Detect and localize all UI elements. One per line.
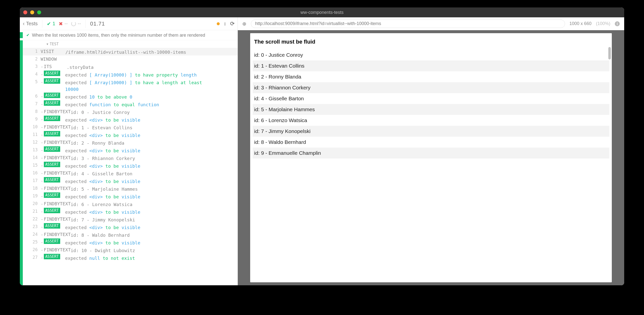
log-row[interactable]: 22-FINDBYTEXTid: 7 - Jimmy Konopelski xyxy=(20,216,238,223)
list-item[interactable]: id: 3 - Rhiannon Corkery xyxy=(253,82,609,93)
assert-body: expected <div> to be visible xyxy=(60,116,140,123)
line-number: 12 xyxy=(26,139,40,144)
line-number: 21 xyxy=(26,208,40,214)
command-body: .storyData xyxy=(52,63,94,70)
command-body: id: 0 - Justice Conroy xyxy=(70,108,130,116)
assert-body: expected <div> to be visible xyxy=(60,223,140,231)
log-row[interactable]: 26-FINDBYTEXTid: 10 - Dwight Lubowitz xyxy=(20,246,238,254)
command-name: FINDBYTEXT xyxy=(44,154,70,160)
list-item[interactable]: id: 4 - Gisselle Barton xyxy=(253,93,609,104)
line-number: 4 xyxy=(26,70,40,76)
log-row[interactable]: 13-ASSERTexpected <div> to be visible xyxy=(20,146,238,154)
log-row[interactable]: 5-ASSERTexpected [ Array(10000) ] to hav… xyxy=(20,78,238,92)
pass-gutter xyxy=(20,40,23,285)
log-row[interactable]: 7-ASSERTexpected function to equal funct… xyxy=(20,100,238,108)
log-row[interactable]: 1VISIT/iframe.html?id=virtuallist--with-… xyxy=(20,48,238,56)
log-row[interactable]: 25-ASSERTexpected <div> to be visible xyxy=(20,238,238,246)
line-number: 10 xyxy=(26,123,40,129)
command-body: id: 2 - Ronny Blanda xyxy=(70,139,124,146)
log-row[interactable]: 11-ASSERTexpected <div> to be visible xyxy=(20,131,238,139)
assert-body: expected function to equal function xyxy=(60,100,159,108)
log-row[interactable]: 3-ITS.storyData xyxy=(20,63,238,70)
log-row[interactable]: 16-FINDBYTEXTid: 4 - Gisselle Barton xyxy=(20,170,238,177)
log-row[interactable]: 21-ASSERTexpected <div> to be visible xyxy=(20,208,238,216)
reporter-toolbar: ‹ Tests ✔ 1 ✖ -- -- xyxy=(20,17,238,30)
log-row[interactable]: 15-ASSERTexpected <div> to be visible xyxy=(20,162,238,170)
log-row[interactable]: 6-ASSERTexpected 10 to be above 0 xyxy=(20,92,238,100)
list-item[interactable]: id: 8 - Waldo Bernhard xyxy=(253,137,609,148)
log-row[interactable]: 27-ASSERTexpected null to not exist xyxy=(20,254,238,262)
assert-body: expected <div> to be visible xyxy=(60,131,140,139)
line-number: 22 xyxy=(26,216,40,222)
virtual-list[interactable]: id: 0 - Justice Conroyid: 1 - Estevan Co… xyxy=(253,50,609,280)
pass-count[interactable]: ✔ 1 xyxy=(47,21,55,27)
assert-body: expected <div> to be visible xyxy=(60,238,140,246)
command-name: FINDBYTEXT xyxy=(44,216,70,222)
url-field[interactable]: http://localhost:9009/iframe.html?id=vir… xyxy=(251,20,565,28)
log-row[interactable]: 4-ASSERTexpected [ Array(10000) ] to hav… xyxy=(20,70,238,78)
list-item[interactable]: id: 9 - Emmanuelle Champlin xyxy=(253,148,609,158)
assert-body: expected 10 to be above 0 xyxy=(60,92,132,100)
log-row[interactable]: 9-ASSERTexpected <div> to be visible xyxy=(20,116,238,123)
list-item[interactable]: id: 5 - Marjolaine Hammes xyxy=(253,104,609,115)
page-heading: The scroll must be fluid xyxy=(253,39,609,45)
viewport-scale: (100%) xyxy=(596,21,610,26)
app-under-test[interactable]: The scroll must be fluid id: 0 - Justice… xyxy=(250,33,612,282)
line-number: 14 xyxy=(26,154,40,160)
command-name: WINDOW xyxy=(40,56,57,62)
list-item[interactable]: id: 7 - Jimmy Konopelski xyxy=(253,126,609,137)
command-name: FINDBYTEXT xyxy=(44,123,70,130)
log-row[interactable]: 23-ASSERTexpected <div> to be visible xyxy=(20,223,238,231)
assert-body: expected <div> to be visible xyxy=(60,192,140,200)
log-row[interactable]: 19-ASSERTexpected <div> to be visible xyxy=(20,192,238,200)
command-name: FINDBYTEXT xyxy=(44,231,70,237)
spec-row[interactable]: ✔ When the list receives 1000 items, the… xyxy=(20,30,238,40)
line-number: 18 xyxy=(26,185,40,191)
log-section-header[interactable]: ▼ TEST xyxy=(20,40,238,48)
line-number: 16 xyxy=(26,170,40,175)
line-number: 20 xyxy=(26,200,40,206)
assert-badge: ASSERT xyxy=(44,100,60,106)
selector-playground-icon[interactable]: ⊕ xyxy=(242,21,246,27)
log-row[interactable]: 24-FINDBYTEXTid: 8 - Waldo Bernhard xyxy=(20,231,238,238)
fail-count[interactable]: ✖ -- xyxy=(59,21,68,27)
line-number: 23 xyxy=(26,223,40,229)
command-log[interactable]: ▼ TEST 1VISIT/iframe.html?id=virtuallist… xyxy=(20,40,238,285)
log-row[interactable]: 10-FINDBYTEXTid: 1 - Estevan Collins xyxy=(20,123,238,131)
info-icon[interactable]: i xyxy=(615,21,620,26)
app-window: ww-components-tests ‹ Tests ✔ 1 ✖ - xyxy=(20,8,624,285)
command-body: id: 10 - Dwight Lubowitz xyxy=(70,246,135,254)
line-number: 15 xyxy=(26,162,40,168)
scrollbar-thumb[interactable] xyxy=(608,47,611,60)
line-number: 13 xyxy=(26,146,40,152)
url-text: http://localhost:9009/iframe.html?id=vir… xyxy=(255,21,381,26)
viewport-dims: 1000 x 660 xyxy=(570,21,592,26)
command-body: id: 1 - Estevan Collins xyxy=(70,123,132,131)
command-name: FINDBYTEXT xyxy=(44,170,70,176)
timer: 01.71 xyxy=(90,20,105,27)
reporter-panel: ‹ Tests ✔ 1 ✖ -- -- xyxy=(20,17,238,285)
log-row[interactable]: 18-FINDBYTEXTid: 5 - Marjolaine Hammes xyxy=(20,185,238,192)
command-name: VISIT xyxy=(40,48,66,54)
list-item[interactable]: id: 1 - Estevan Collins xyxy=(253,60,609,71)
back-label: Tests xyxy=(26,21,38,26)
log-row[interactable]: 17-ASSERTexpected <div> to be visible xyxy=(20,177,238,185)
log-row[interactable]: 8-FINDBYTEXTid: 0 - Justice Conroy xyxy=(20,108,238,116)
updown-icon[interactable]: ↕ xyxy=(224,21,226,26)
command-body: id: 6 - Lorenzo Watsica xyxy=(70,200,132,208)
log-row[interactable]: 2WINDOW xyxy=(20,56,238,63)
list-item[interactable]: id: 6 - Lorenzo Watsica xyxy=(253,115,609,126)
back-button[interactable]: ‹ Tests xyxy=(23,20,38,27)
list-item[interactable]: id: 0 - Justice Conroy xyxy=(253,50,609,60)
log-row[interactable]: 12-FINDBYTEXTid: 2 - Ronny Blanda xyxy=(20,139,238,146)
pending-count[interactable]: -- xyxy=(71,21,81,26)
command-body: id: 7 - Jimmy Konopelski xyxy=(70,216,135,223)
assert-badge: ASSERT xyxy=(44,70,60,76)
assert-badge: ASSERT xyxy=(44,146,60,152)
assert-body: expected <div> to be visible xyxy=(60,146,140,154)
line-number: 25 xyxy=(26,238,40,244)
log-row[interactable]: 20-FINDBYTEXTid: 6 - Lorenzo Watsica xyxy=(20,200,238,208)
reload-icon[interactable]: ⟳ xyxy=(230,20,234,27)
log-row[interactable]: 14-FINDBYTEXTid: 3 - Rhiannon Corkery xyxy=(20,154,238,162)
list-item[interactable]: id: 2 - Ronny Blanda xyxy=(253,71,609,82)
